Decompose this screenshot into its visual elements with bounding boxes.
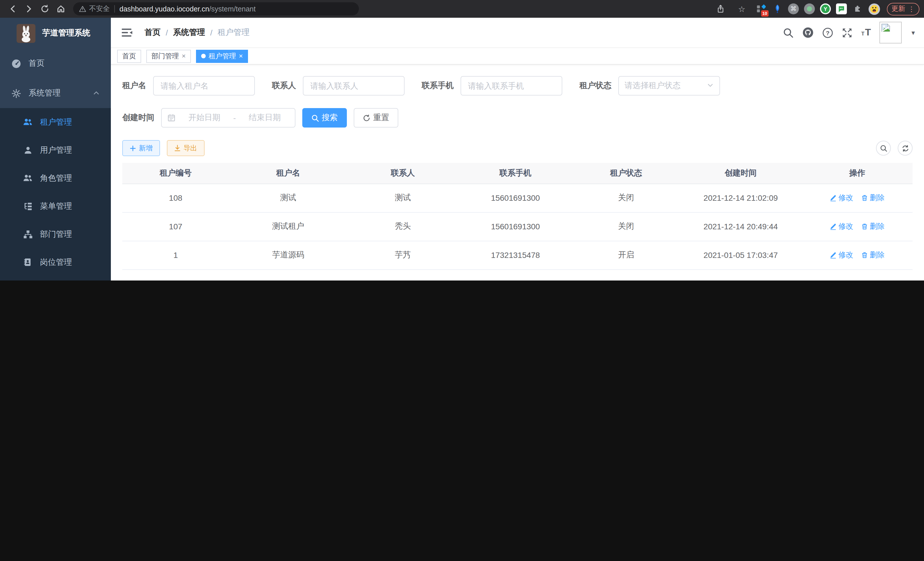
sidebar-item-dict[interactable]: 字典管理 — [0, 276, 111, 281]
extension-badge: 10 — [761, 10, 769, 16]
table-header-row: 租户编号 租户名 联系人 联系手机 租户状态 创建时间 操作 — [122, 163, 913, 183]
edit-button[interactable]: 修改 — [830, 250, 853, 260]
cell-created: 2021-12-14 21:02:09 — [680, 183, 802, 212]
sidebar-item-label: 系统管理 — [28, 88, 61, 98]
tenant-name-input[interactable] — [153, 76, 255, 96]
show-search-icon[interactable] — [876, 141, 891, 156]
browser-actions: ☆ 10 ⌘ — [712, 3, 920, 15]
edit-button[interactable]: 修改 — [830, 193, 853, 203]
gear-icon — [11, 88, 21, 98]
table-row[interactable]: 108 测试 测试 15601691300 关闭 2021-12-14 21:0… — [122, 183, 913, 212]
search-icon — [311, 114, 319, 122]
sidebar-item-label: 岗位管理 — [40, 257, 72, 267]
table-row[interactable]: 107 测试租户 秃头 15601691300 关闭 2021-12-14 20… — [122, 212, 913, 241]
app-title: 芋道管理系统 — [42, 28, 90, 38]
sidebar-item-label: 用户管理 — [40, 145, 72, 155]
browser-update-button[interactable]: 更新 ⋮ — [887, 3, 920, 15]
search-button[interactable]: 搜索 — [302, 108, 347, 128]
close-icon[interactable]: × — [182, 52, 186, 60]
filter-row-2: 创建时间 开始日期 - 结束日期 搜索 — [122, 108, 913, 128]
col-tenant-name: 租户名 — [229, 163, 347, 183]
status-select[interactable]: 请选择租户状态 — [618, 76, 720, 96]
cell-status: 开启 — [573, 241, 680, 269]
avatar[interactable] — [879, 22, 902, 44]
table-tools — [876, 141, 913, 156]
sidebar-item-tenant[interactable]: 租户管理 — [0, 108, 111, 136]
bookmark-star-icon[interactable]: ☆ — [737, 4, 746, 14]
extension-dot-icon[interactable] — [804, 3, 815, 14]
sidebar-item-system[interactable]: 系统管理 — [0, 78, 111, 108]
sidebar-item-label: 菜单管理 — [40, 201, 72, 211]
breadcrumb-system[interactable]: 系统管理 — [173, 27, 205, 38]
add-button[interactable]: 新增 — [122, 140, 160, 156]
table-row[interactable]: 1 芋道源码 芋艿 17321315478 开启 2021-01-05 17:0… — [122, 241, 913, 269]
cell-tenant-id: 1 — [122, 241, 229, 269]
tab-dept[interactable]: 部门管理 × — [146, 50, 191, 63]
phone-label: 联系手机 — [422, 81, 454, 91]
browser-menu-icon[interactable]: ⋮ — [908, 5, 915, 13]
users-icon — [23, 117, 33, 127]
sidebar-item-role[interactable]: 角色管理 — [0, 164, 111, 192]
sidebar-collapse-icon[interactable] — [122, 28, 133, 37]
sidebar-item-menu[interactable]: 菜单管理 — [0, 192, 111, 220]
sidebar-menu: 首页 系统管理 租户管理 — [0, 49, 111, 281]
broken-image-icon — [881, 23, 890, 32]
delete-label: 删除 — [870, 250, 885, 260]
reload-icon[interactable] — [40, 4, 49, 14]
help-icon[interactable]: ? — [822, 27, 833, 38]
reset-button-label: 重置 — [373, 113, 389, 123]
edit-label: 修改 — [838, 193, 853, 203]
sidebar-item-home[interactable]: 首页 — [0, 49, 111, 78]
extension-y-icon[interactable]: Y — [820, 3, 831, 14]
delete-button[interactable]: 删除 — [861, 221, 885, 232]
date-start-placeholder: 开始日期 — [180, 113, 229, 123]
pencil-icon — [830, 223, 837, 230]
delete-button[interactable]: 删除 — [861, 250, 885, 260]
breadcrumb-home[interactable]: 首页 — [145, 27, 160, 38]
sidebar-item-user[interactable]: 用户管理 — [0, 136, 111, 164]
logo-rabbit-image — [16, 24, 35, 43]
reset-button[interactable]: 重置 — [354, 108, 398, 128]
extension-puzzle-icon[interactable] — [852, 3, 863, 15]
tab-home[interactable]: 首页 — [117, 50, 141, 63]
extension-kite-icon[interactable] — [771, 3, 783, 15]
sidebar-item-dept[interactable]: 部门管理 — [0, 220, 111, 248]
screen: 不安全 dashboard.yudao.iocoder.cn/system/te… — [0, 0, 924, 281]
sidebar: 芋道管理系统 首页 系统管理 — [0, 18, 111, 281]
date-range-picker[interactable]: 开始日期 - 结束日期 — [161, 108, 296, 128]
tab-tenant[interactable]: 租户管理 × — [196, 50, 248, 63]
github-icon[interactable] — [802, 27, 814, 38]
contact-label: 联系人 — [272, 81, 296, 91]
phone-input[interactable] — [460, 76, 562, 96]
back-icon[interactable] — [8, 4, 17, 14]
search-icon[interactable] — [783, 27, 794, 38]
cell-contact: 秃头 — [347, 212, 458, 241]
roles-icon — [23, 173, 33, 183]
download-icon — [174, 145, 181, 152]
edit-button[interactable]: 修改 — [830, 221, 853, 232]
col-contact: 联系人 — [347, 163, 458, 183]
extension-cmd-icon[interactable]: ⌘ — [788, 3, 799, 14]
cell-tenant-name: 测试租户 — [229, 212, 347, 241]
close-icon[interactable]: × — [239, 52, 243, 60]
sidebar-item-post[interactable]: 岗位管理 — [0, 248, 111, 276]
forward-icon[interactable] — [24, 4, 33, 14]
extension-pin-icon[interactable]: 10 — [755, 3, 766, 15]
contact-input[interactable] — [303, 76, 405, 96]
breadcrumb: 首页 / 系统管理 / 租户管理 — [145, 27, 250, 38]
avatar-caret-icon[interactable]: ▼ — [910, 29, 916, 36]
extension-emoji-icon[interactable] — [868, 3, 880, 15]
fullscreen-icon[interactable] — [842, 27, 853, 38]
filter-row-1: 租户名 联系人 联系手机 租户状态 请选择租户状态 — [122, 76, 913, 96]
delete-button[interactable]: 删除 — [861, 193, 885, 203]
home-icon[interactable] — [56, 4, 65, 14]
cell-status: 关闭 — [573, 183, 680, 212]
share-icon[interactable] — [716, 4, 725, 14]
extension-chat-icon[interactable] — [836, 3, 847, 14]
url-bar[interactable]: 不安全 dashboard.yudao.iocoder.cn/system/te… — [73, 2, 359, 15]
page-content: 租户名 联系人 联系手机 租户状态 请选择租户状态 — [111, 65, 924, 281]
refresh-table-icon[interactable] — [898, 141, 913, 156]
breadcrumb-separator: / — [210, 28, 213, 37]
export-button[interactable]: 导出 — [167, 140, 205, 156]
font-size-icon[interactable]: TT — [861, 29, 871, 37]
